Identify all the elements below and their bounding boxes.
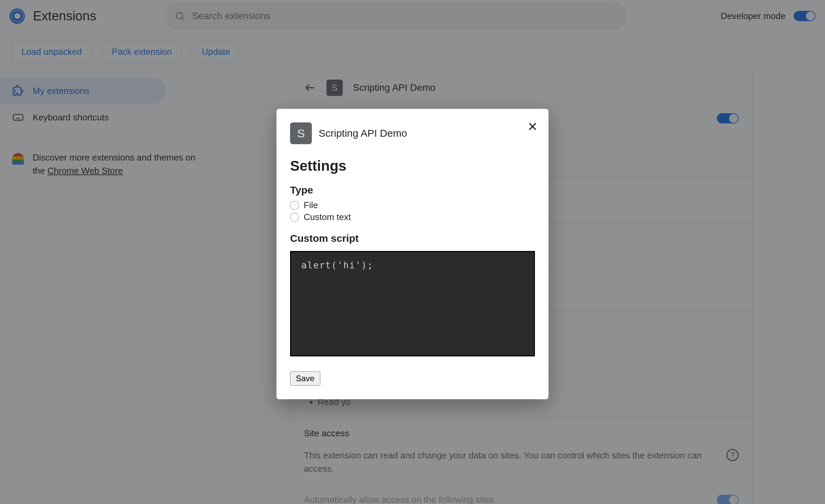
custom-script-textarea[interactable] (290, 251, 535, 356)
custom-script-heading: Custom script (290, 233, 535, 244)
radio-row-file[interactable]: File (290, 200, 535, 211)
radio-row-custom-text[interactable]: Custom text (290, 212, 535, 222)
modal-extension-name: Scripting API Demo (319, 128, 407, 139)
settings-heading: Settings (290, 158, 535, 174)
save-button[interactable]: Save (290, 371, 320, 386)
settings-modal: ✕ S Scripting API Demo Settings Type Fil… (276, 109, 549, 399)
radio-file[interactable] (290, 201, 299, 210)
modal-overlay: ✕ S Scripting API Demo Settings Type Fil… (0, 0, 825, 504)
radio-custom-text-label: Custom text (304, 212, 351, 222)
modal-extension-icon: S (290, 122, 312, 144)
radio-custom-text[interactable] (290, 213, 299, 222)
type-heading: Type (290, 184, 535, 196)
radio-file-label: File (304, 200, 318, 211)
close-icon[interactable]: ✕ (527, 120, 538, 134)
